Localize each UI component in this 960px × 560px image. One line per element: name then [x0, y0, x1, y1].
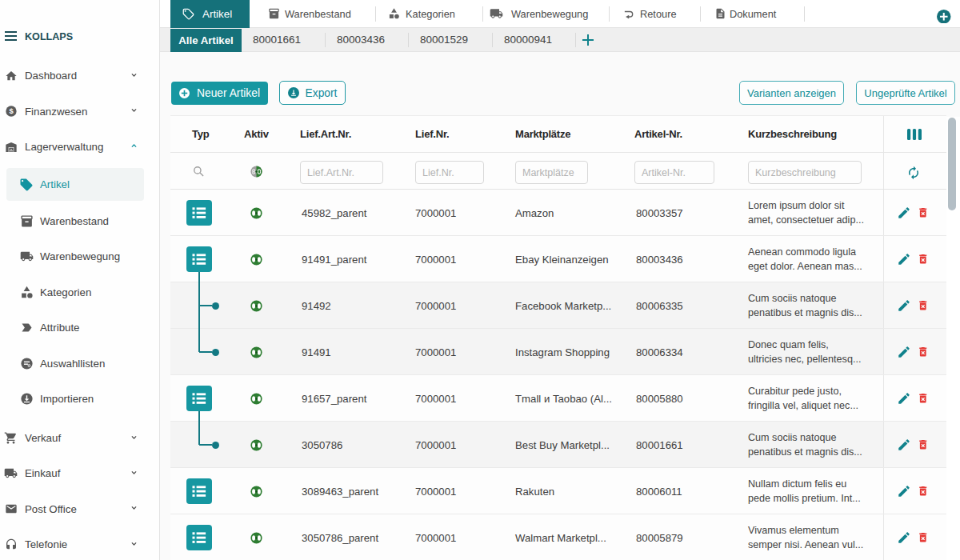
svg-text:$: $: [9, 107, 14, 115]
